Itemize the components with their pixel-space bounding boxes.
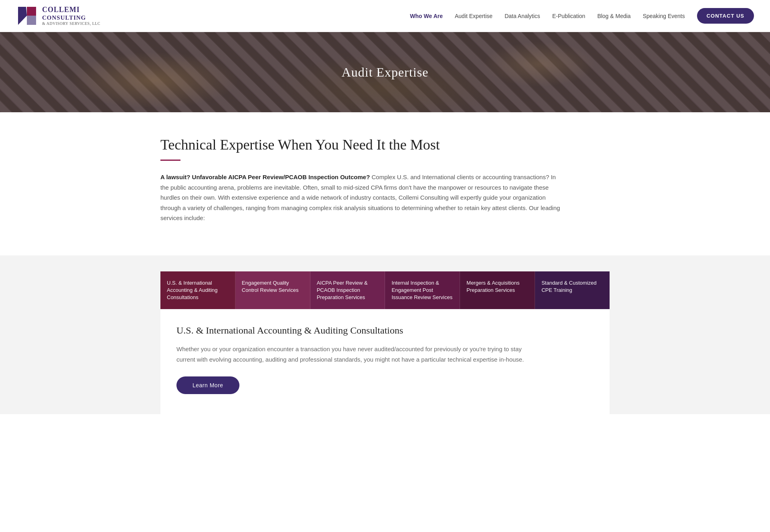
logo-icon (16, 5, 38, 27)
company-name: COLLEMI (42, 6, 100, 14)
service-tab-5-label: Mergers & Acquisitions Preparation Servi… (466, 280, 519, 293)
service-tab-6-label: Standard & Customized CPE Training (541, 280, 596, 293)
contact-us-button[interactable]: CONTACT US (697, 8, 754, 24)
service-tab-2[interactable]: Engagement Quality Control Review Servic… (235, 271, 310, 309)
intro-paragraph: A lawsuit? Unfavorable AICPA Peer Review… (160, 172, 561, 223)
hero-title: Audit Expertise (342, 65, 429, 80)
main-content: Technical Expertise When You Need It the… (144, 112, 626, 239)
nav-blog-media[interactable]: Blog & Media (597, 13, 630, 19)
main-nav: Who We Are Audit Expertise Data Analytic… (410, 8, 754, 24)
svg-marker-3 (27, 16, 36, 25)
service-detail-text: Whether you or your organization encount… (176, 344, 537, 364)
nav-e-publication[interactable]: E-Publication (552, 13, 586, 19)
svg-marker-2 (27, 7, 36, 16)
service-tab-1-label: U.S. & International Accounting & Auditi… (167, 280, 217, 300)
hero-section: Audit Expertise (0, 32, 770, 112)
service-tab-4-label: Internal Inspection & Engagement Post Is… (391, 280, 452, 300)
nav-audit-expertise[interactable]: Audit Expertise (455, 13, 492, 19)
services-section: U.S. & International Accounting & Auditi… (0, 255, 770, 415)
intro-bold: A lawsuit? Unfavorable AICPA Peer Review… (160, 174, 370, 180)
title-divider (160, 160, 180, 161)
service-tab-5[interactable]: Mergers & Acquisitions Preparation Servi… (460, 271, 535, 309)
service-detail-title: U.S. & International Accounting & Auditi… (176, 325, 594, 336)
service-detail-panel: U.S. & International Accounting & Auditi… (160, 309, 610, 414)
service-tab-4[interactable]: Internal Inspection & Engagement Post Is… (385, 271, 460, 309)
logo[interactable]: COLLEMI CONSULTING & ADVISORY SERVICES, … (16, 5, 100, 27)
nav-speaking-events[interactable]: Speaking Events (643, 13, 685, 19)
service-tab-3-label: AICPA Peer Review & PCAOB Inspection Pre… (317, 280, 368, 300)
service-tab-3[interactable]: AICPA Peer Review & PCAOB Inspection Pre… (310, 271, 385, 309)
nav-who-we-are[interactable]: Who We Are (410, 13, 443, 19)
company-sub: & ADVISORY SERVICES, LLC (42, 21, 100, 26)
company-full: CONSULTING (42, 14, 100, 21)
logo-text: COLLEMI CONSULTING & ADVISORY SERVICES, … (42, 6, 100, 26)
service-tab-2-label: Engagement Quality Control Review Servic… (242, 280, 299, 293)
section-title: Technical Expertise When You Need It the… (160, 136, 610, 153)
intro-body: Complex U.S. and International clients o… (160, 174, 560, 221)
site-header: COLLEMI CONSULTING & ADVISORY SERVICES, … (0, 0, 770, 32)
service-tab-1[interactable]: U.S. & International Accounting & Auditi… (160, 271, 235, 309)
services-tabs: U.S. & International Accounting & Auditi… (160, 271, 610, 309)
service-tab-6[interactable]: Standard & Customized CPE Training (535, 271, 610, 309)
nav-data-analytics[interactable]: Data Analytics (505, 13, 540, 19)
learn-more-button[interactable]: Learn More (176, 376, 239, 394)
